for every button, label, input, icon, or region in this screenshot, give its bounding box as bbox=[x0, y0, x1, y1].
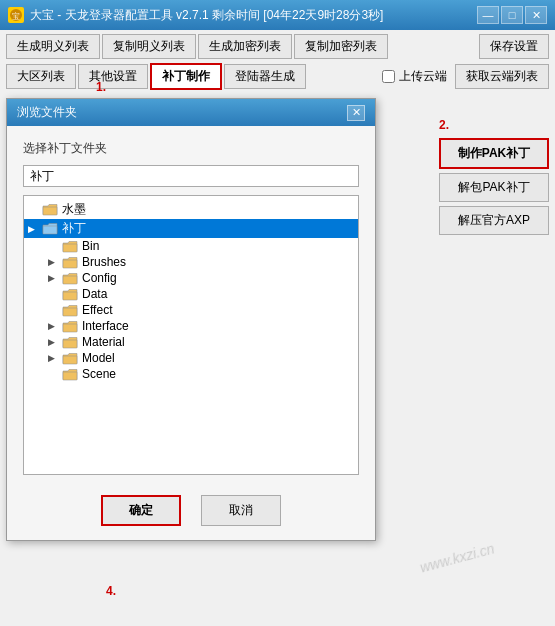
tree-item[interactable]: ▶ Model bbox=[24, 350, 358, 366]
save-settings-button[interactable]: 保存设置 bbox=[479, 34, 549, 59]
tree-item-label: Brushes bbox=[82, 255, 126, 269]
folder-path-input[interactable] bbox=[23, 165, 359, 187]
browse-folder-dialog: 浏览文件夹 ✕ 选择补丁文件夹 水墨▶ 补丁 Bin▶ bbox=[6, 98, 376, 541]
content-area: 秋 状 1. 3. 4. 浏览文件夹 ✕ bbox=[0, 94, 555, 626]
tree-item[interactable]: ▶ Config bbox=[24, 270, 358, 286]
title-bar-left: 宝 大宝 - 天龙登录器配置工具 v2.7.1 剩余时间 [04年22天9时28… bbox=[8, 7, 383, 24]
tree-item[interactable]: Scene bbox=[24, 366, 358, 382]
left-panel: 1. 3. 4. 浏览文件夹 ✕ 选择补丁文件夹 bbox=[6, 98, 431, 622]
folder-icon bbox=[62, 352, 78, 365]
tree-item-label: Scene bbox=[82, 367, 116, 381]
folder-icon bbox=[42, 203, 58, 216]
tree-item[interactable]: ▶ Interface bbox=[24, 318, 358, 334]
tree-item[interactable]: ▶ Material bbox=[24, 334, 358, 350]
folder-icon bbox=[62, 256, 78, 269]
dialog-select-label: 选择补丁文件夹 bbox=[23, 140, 359, 157]
svg-rect-7 bbox=[63, 292, 77, 300]
ok-button[interactable]: 确定 bbox=[101, 495, 181, 526]
folder-icon bbox=[62, 272, 78, 285]
generate-encrypted-button[interactable]: 生成加密列表 bbox=[198, 34, 292, 59]
dialog-title: 浏览文件夹 bbox=[17, 104, 77, 121]
app-icon: 宝 bbox=[8, 7, 24, 23]
dialog-overlay: 浏览文件夹 ✕ 选择补丁文件夹 水墨▶ 补丁 Bin▶ bbox=[6, 98, 431, 622]
tree-item-label: Material bbox=[82, 335, 125, 349]
svg-text:宝: 宝 bbox=[12, 12, 20, 21]
svg-rect-10 bbox=[63, 340, 77, 348]
tree-item[interactable]: ▶ Brushes bbox=[24, 254, 358, 270]
tree-item[interactable]: Effect bbox=[24, 302, 358, 318]
folder-icon bbox=[42, 222, 58, 235]
folder-icon bbox=[62, 320, 78, 333]
folder-icon bbox=[62, 304, 78, 317]
step1-label: 1. bbox=[96, 80, 106, 94]
svg-rect-5 bbox=[63, 260, 77, 268]
svg-rect-12 bbox=[63, 372, 77, 380]
fetch-cloud-button[interactable]: 获取云端列表 bbox=[455, 64, 549, 89]
svg-rect-9 bbox=[63, 324, 77, 332]
tree-item[interactable]: ▶ 补丁 bbox=[24, 219, 358, 238]
folder-icon bbox=[62, 368, 78, 381]
expand-icon: ▶ bbox=[28, 224, 42, 234]
tree-item[interactable]: Bin bbox=[24, 238, 358, 254]
svg-rect-6 bbox=[63, 276, 77, 284]
dialog-title-bar: 浏览文件夹 ✕ bbox=[7, 99, 375, 126]
tab-other-settings[interactable]: 其他设置 bbox=[78, 64, 148, 89]
minimize-button[interactable]: — bbox=[477, 6, 499, 24]
expand-icon: ▶ bbox=[48, 321, 62, 331]
make-pak-patch-button[interactable]: 制作PAK补丁 bbox=[439, 138, 549, 169]
svg-rect-3 bbox=[43, 226, 57, 234]
dialog-footer: 确定 取消 bbox=[7, 485, 375, 540]
step4-label: 4. bbox=[106, 584, 116, 598]
toolbar-row1: 生成明义列表 复制明义列表 生成加密列表 复制加密列表 保存设置 bbox=[0, 30, 555, 61]
generate-list-button[interactable]: 生成明义列表 bbox=[6, 34, 100, 59]
title-text: 大宝 - 天龙登录器配置工具 v2.7.1 剩余时间 [04年22天9时28分3… bbox=[30, 7, 383, 24]
tree-item[interactable]: Data bbox=[24, 286, 358, 302]
tree-item-label: 补丁 bbox=[62, 220, 86, 237]
svg-rect-2 bbox=[43, 207, 57, 215]
toolbar-row2: 大区列表 其他设置 补丁制作 登陆器生成 上传云端 获取云端列表 bbox=[0, 61, 555, 94]
close-button[interactable]: ✕ bbox=[525, 6, 547, 24]
tab-launcher-gen[interactable]: 登陆器生成 bbox=[224, 64, 306, 89]
folder-icon bbox=[62, 240, 78, 253]
maximize-button[interactable]: □ bbox=[501, 6, 523, 24]
folder-icon bbox=[62, 288, 78, 301]
tree-item-label: Interface bbox=[82, 319, 129, 333]
tree-item-label: 水墨 bbox=[62, 201, 86, 218]
folder-icon bbox=[62, 336, 78, 349]
copy-encrypted-button[interactable]: 复制加密列表 bbox=[294, 34, 388, 59]
tree-item-label: Data bbox=[82, 287, 107, 301]
dialog-close-button[interactable]: ✕ bbox=[347, 105, 365, 121]
cancel-button[interactable]: 取消 bbox=[201, 495, 281, 526]
expand-icon: ▶ bbox=[48, 353, 62, 363]
svg-rect-11 bbox=[63, 356, 77, 364]
dialog-body: 选择补丁文件夹 水墨▶ 补丁 Bin▶ Brushes▶ Config Dat bbox=[7, 126, 375, 485]
upload-cloud-label[interactable]: 上传云端 bbox=[382, 68, 447, 85]
window-controls: — □ ✕ bbox=[477, 6, 547, 24]
title-bar: 宝 大宝 - 天龙登录器配置工具 v2.7.1 剩余时间 [04年22天9时28… bbox=[0, 0, 555, 30]
tree-item[interactable]: 水墨 bbox=[24, 200, 358, 219]
tree-item-label: Bin bbox=[82, 239, 99, 253]
file-tree[interactable]: 水墨▶ 补丁 Bin▶ Brushes▶ Config Data Effect▶… bbox=[23, 195, 359, 475]
tab-patch-make[interactable]: 补丁制作 bbox=[150, 63, 222, 90]
tab-region-list[interactable]: 大区列表 bbox=[6, 64, 76, 89]
expand-icon: ▶ bbox=[48, 337, 62, 347]
expand-icon: ▶ bbox=[48, 273, 62, 283]
tree-item-label: Config bbox=[82, 271, 117, 285]
unpack-pak-button[interactable]: 解包PAK补丁 bbox=[439, 173, 549, 202]
svg-rect-4 bbox=[63, 244, 77, 252]
step2-label: 2. bbox=[439, 118, 549, 132]
upload-cloud-checkbox[interactable] bbox=[382, 70, 395, 83]
svg-rect-8 bbox=[63, 308, 77, 316]
right-panel: 2. 制作PAK补丁 解包PAK补丁 解压官方AXP bbox=[439, 98, 549, 622]
tree-item-label: Model bbox=[82, 351, 115, 365]
main-window: 生成明义列表 复制明义列表 生成加密列表 复制加密列表 保存设置 大区列表 其他… bbox=[0, 30, 555, 626]
tree-item-label: Effect bbox=[82, 303, 112, 317]
copy-list-button[interactable]: 复制明义列表 bbox=[102, 34, 196, 59]
extract-axp-button[interactable]: 解压官方AXP bbox=[439, 206, 549, 235]
expand-icon: ▶ bbox=[48, 257, 62, 267]
